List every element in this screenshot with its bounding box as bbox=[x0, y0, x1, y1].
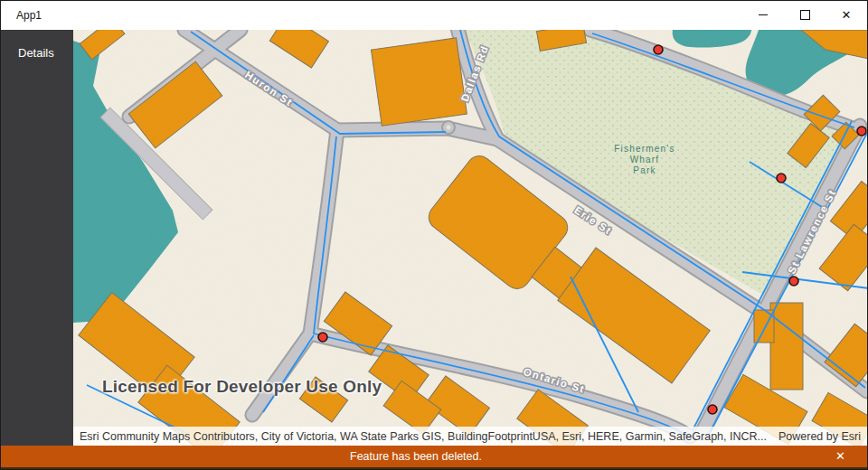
app-window: App1 ✕ Details bbox=[0, 0, 868, 470]
titlebar: App1 ✕ bbox=[1, 1, 867, 30]
developer-watermark: Licensed For Developer Use Only bbox=[102, 377, 382, 397]
notification-bar: Feature has been deleted. ✕ bbox=[1, 446, 867, 469]
maximize-button[interactable] bbox=[784, 1, 826, 29]
minimize-button[interactable] bbox=[742, 1, 784, 29]
attribution-text: Esri Community Maps Contributors, City o… bbox=[80, 430, 769, 443]
close-icon: ✕ bbox=[842, 9, 852, 21]
notification-close-button[interactable]: ✕ bbox=[830, 446, 851, 465]
maximize-icon bbox=[800, 10, 810, 20]
minimize-icon bbox=[759, 14, 768, 15]
map-view[interactable]: Huron St Dallas Rd Erie St Ontario St St… bbox=[73, 30, 867, 446]
window-controls: ✕ bbox=[742, 1, 867, 29]
close-button[interactable]: ✕ bbox=[826, 1, 867, 29]
window-title: App1 bbox=[16, 9, 42, 22]
powered-by-esri: Powered by Esri bbox=[778, 430, 861, 443]
attribution-bar: Esri Community Maps Contributors, City o… bbox=[73, 427, 867, 446]
notification-message: Feature has been deleted. bbox=[350, 450, 482, 463]
sidebar: Details bbox=[1, 30, 73, 446]
sidebar-item-details[interactable]: Details bbox=[1, 30, 73, 60]
